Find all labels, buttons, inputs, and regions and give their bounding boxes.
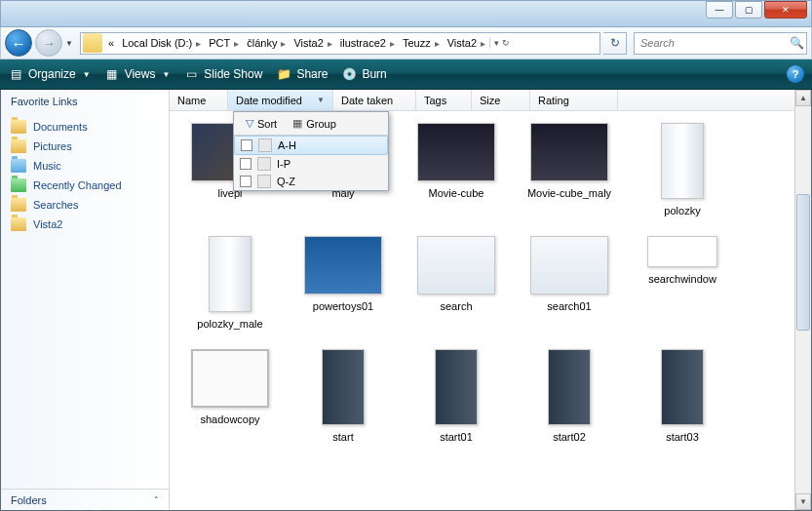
- breadcrumb-item[interactable]: Vista2▸: [444, 37, 489, 49]
- file-item[interactable]: start01: [404, 349, 509, 443]
- file-item[interactable]: polozky_male: [177, 236, 283, 330]
- stack-icon: [258, 138, 272, 152]
- sidebar-item-label: Recently Changed: [33, 179, 122, 191]
- organize-icon: ▤: [8, 66, 23, 82]
- sort-option[interactable]: ▽Sort: [240, 116, 283, 131]
- slideshow-button[interactable]: ▭ Slide Show: [183, 66, 262, 82]
- views-button[interactable]: ▦ Views▼: [104, 66, 171, 82]
- group-option[interactable]: ▦Group: [287, 116, 342, 131]
- sidebar-item[interactable]: Searches: [1, 195, 169, 215]
- sort-range-option[interactable]: I-P: [234, 155, 388, 173]
- folder-icon: [11, 159, 26, 173]
- file-thumbnail: [548, 349, 591, 425]
- file-item[interactable]: search01: [517, 236, 622, 330]
- column-header[interactable]: Size: [472, 90, 530, 110]
- titlebar[interactable]: — ▢ ✕: [0, 0, 812, 27]
- file-name: Movie-cube_maly: [527, 187, 611, 199]
- nav-bar: ← → ▼ « Local Disk (D:)▸PCT▸články▸Vista…: [0, 27, 812, 59]
- folder-icon: [11, 217, 26, 231]
- sidebar-item[interactable]: Pictures: [1, 137, 169, 156]
- file-item[interactable]: searchwindow: [630, 236, 735, 330]
- file-thumbnail: [530, 123, 608, 181]
- main-area: Favorite Links DocumentsPicturesMusicRec…: [0, 90, 812, 511]
- checkbox-icon: [240, 176, 251, 187]
- file-thumbnail: [661, 123, 704, 199]
- scroll-down-button[interactable]: ▼: [795, 493, 811, 510]
- file-item[interactable]: start02: [517, 349, 622, 443]
- organize-button[interactable]: ▤ Organize▼: [8, 66, 91, 82]
- breadcrumb-item[interactable]: PCT▸: [205, 37, 243, 49]
- file-name: Movie-cube: [429, 187, 484, 199]
- scroll-up-button[interactable]: ▲: [795, 90, 811, 106]
- sidebar-item-label: Searches: [33, 199, 78, 211]
- breadcrumb-item[interactable]: Local Disk (D:)▸: [118, 37, 205, 49]
- search-box[interactable]: 🔍: [634, 32, 807, 55]
- breadcrumb-item[interactable]: Teuzz▸: [399, 37, 444, 49]
- search-icon[interactable]: 🔍: [787, 36, 806, 50]
- file-thumbnail: [322, 349, 365, 425]
- folder-icon: [11, 120, 26, 134]
- refresh-button[interactable]: ↻: [603, 32, 627, 55]
- forward-button[interactable]: →: [35, 29, 62, 57]
- file-item[interactable]: search: [404, 236, 509, 330]
- file-name: polozky_male: [197, 318, 262, 330]
- toolbar: ▤ Organize▼ ▦ Views▼ ▭ Slide Show 📁 Shar…: [0, 59, 812, 90]
- column-header[interactable]: Rating: [530, 90, 618, 110]
- sidebar-item[interactable]: Recently Changed: [1, 176, 169, 195]
- sidebar-item[interactable]: Music: [1, 156, 169, 176]
- column-header[interactable]: Date modified▼: [228, 90, 333, 110]
- checkbox-icon: [240, 158, 251, 170]
- folder-icon: [11, 139, 26, 153]
- vertical-scrollbar[interactable]: ▲ ▼: [794, 90, 811, 510]
- breadcrumb-drop[interactable]: ▾ ↻: [489, 38, 514, 48]
- file-item[interactable]: Movie-cube: [404, 123, 509, 216]
- help-button[interactable]: ?: [787, 65, 804, 83]
- breadcrumb-item[interactable]: Vista2▸: [290, 37, 335, 49]
- minimize-button[interactable]: —: [706, 1, 733, 19]
- share-button[interactable]: 📁 Share: [276, 66, 328, 82]
- sort-dropdown-menu[interactable]: ▽Sort ▦Group A-HI-PQ-Z: [233, 111, 389, 191]
- sidebar-item[interactable]: Vista2: [1, 215, 169, 234]
- file-item[interactable]: Movie-cube_maly: [517, 123, 622, 216]
- column-header[interactable]: Tags: [416, 90, 472, 110]
- file-item[interactable]: polozky: [630, 123, 735, 216]
- search-input[interactable]: [635, 37, 787, 49]
- scroll-thumb[interactable]: [796, 194, 810, 331]
- breadcrumb-overflow[interactable]: «: [104, 37, 118, 49]
- nav-history-drop[interactable]: ▼: [65, 39, 77, 48]
- file-item[interactable]: shadowcopy: [177, 349, 283, 443]
- sort-range-option[interactable]: A-H: [234, 136, 388, 155]
- file-name: search: [440, 300, 472, 312]
- sort-menu-header: ▽Sort ▦Group: [234, 112, 388, 136]
- back-button[interactable]: ←: [5, 29, 32, 57]
- sort-range-option[interactable]: Q-Z: [234, 173, 388, 190]
- file-thumbnail: [417, 123, 495, 181]
- scroll-track[interactable]: [795, 106, 811, 493]
- file-item[interactable]: start03: [630, 349, 735, 443]
- sidebar-folders[interactable]: Folders˄: [1, 489, 169, 510]
- burn-button[interactable]: 💿 Burn: [341, 66, 386, 82]
- file-item[interactable]: start: [290, 349, 396, 443]
- sidebar-header: Favorite Links: [1, 90, 169, 115]
- file-thumbnail: [304, 236, 382, 295]
- file-thumbnail: [417, 236, 495, 295]
- column-header[interactable]: Date taken: [333, 90, 416, 110]
- sidebar-item[interactable]: Documents: [1, 117, 169, 137]
- maximize-button[interactable]: ▢: [735, 1, 762, 19]
- breadcrumb[interactable]: « Local Disk (D:)▸PCT▸články▸Vista2▸ilus…: [80, 32, 600, 55]
- close-button[interactable]: ✕: [764, 1, 807, 19]
- file-name: powertoys01: [313, 300, 373, 312]
- column-header[interactable]: Name: [170, 90, 228, 110]
- file-item[interactable]: powertoys01: [290, 236, 396, 330]
- breadcrumb-item[interactable]: ilustrace2▸: [336, 37, 399, 49]
- views-icon: ▦: [104, 66, 120, 82]
- sidebar-item-label: Vista2: [33, 218, 62, 230]
- file-thumbnail: [661, 349, 704, 425]
- breadcrumb-item[interactable]: články▸: [243, 37, 290, 49]
- file-name: start03: [666, 431, 699, 443]
- slideshow-icon: ▭: [183, 66, 199, 82]
- file-name: search01: [547, 300, 591, 312]
- file-thumbnail: [209, 236, 251, 312]
- folder-icon: [11, 178, 26, 192]
- folder-icon: [11, 198, 26, 212]
